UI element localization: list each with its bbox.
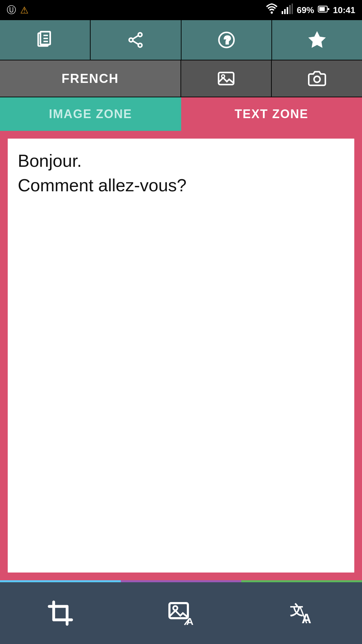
translated-line2: Comment allez-vous? — [18, 173, 344, 198]
language-button[interactable]: FRENCH — [0, 60, 181, 97]
translate-icon: 文 A — [288, 600, 315, 627]
language-label: FRENCH — [62, 71, 119, 86]
battery-percentage: 69% — [297, 5, 314, 15]
wifi-icon — [266, 3, 278, 17]
svg-rect-4 — [289, 5, 291, 14]
status-bar: Ⓤ ⚠ 69% — [0, 0, 362, 20]
star-icon — [308, 31, 326, 49]
image-zone-tab[interactable]: IMAGE ZONE — [0, 97, 181, 131]
translated-line1: Bonjour. — [18, 149, 344, 173]
top-toolbar: ? — [0, 20, 362, 60]
svg-point-18 — [129, 38, 133, 42]
image-icon — [217, 69, 235, 88]
documents-button[interactable] — [0, 20, 91, 60]
svg-point-0 — [271, 11, 273, 13]
ocr-button[interactable]: A — [121, 580, 242, 644]
svg-text:?: ? — [224, 34, 230, 46]
svg-marker-24 — [309, 33, 324, 47]
svg-rect-3 — [287, 7, 289, 14]
signal-icon — [281, 3, 293, 17]
text-zone-tab[interactable]: TEXT ZONE — [181, 97, 362, 131]
image-zone-label: IMAGE ZONE — [49, 107, 132, 121]
bottom-toolbar: A 文 A — [0, 580, 362, 644]
documents-icon — [36, 31, 54, 49]
share-button[interactable] — [91, 20, 181, 60]
svg-rect-5 — [292, 3, 293, 14]
camera-button[interactable] — [272, 60, 362, 97]
svg-point-17 — [138, 33, 142, 37]
camera-icon — [308, 69, 326, 88]
translated-text: Bonjour. Comment allez-vous? — [18, 149, 344, 198]
crop-button[interactable] — [0, 580, 121, 644]
svg-rect-25 — [218, 72, 234, 85]
svg-rect-1 — [282, 11, 283, 14]
svg-point-19 — [138, 43, 142, 47]
svg-line-21 — [133, 41, 138, 44]
translation-display: Bonjour. Comment allez-vous? — [7, 138, 355, 574]
main-content: Bonjour. Comment allez-vous? — [0, 131, 362, 580]
help-icon: ? — [217, 31, 236, 49]
app-icon: Ⓤ — [7, 4, 16, 16]
svg-line-20 — [133, 36, 138, 39]
second-toolbar: FRENCH — [0, 60, 362, 97]
svg-rect-7 — [319, 7, 325, 11]
help-button[interactable]: ? — [182, 20, 272, 60]
zone-tabs: IMAGE ZONE TEXT ZONE — [0, 97, 362, 131]
crop-icon — [47, 600, 74, 627]
text-zone-label: TEXT ZONE — [235, 107, 308, 121]
ocr-icon: A — [168, 600, 195, 627]
translate-button[interactable]: 文 A — [241, 580, 362, 644]
warning-icon: ⚠ — [20, 5, 29, 16]
clock: 10:41 — [333, 5, 356, 15]
battery-icon — [318, 3, 330, 17]
svg-rect-2 — [284, 9, 286, 14]
share-icon — [126, 31, 145, 49]
svg-rect-8 — [328, 8, 329, 10]
gallery-button[interactable] — [181, 60, 272, 97]
favorites-button[interactable] — [272, 20, 362, 60]
svg-point-27 — [314, 76, 320, 82]
